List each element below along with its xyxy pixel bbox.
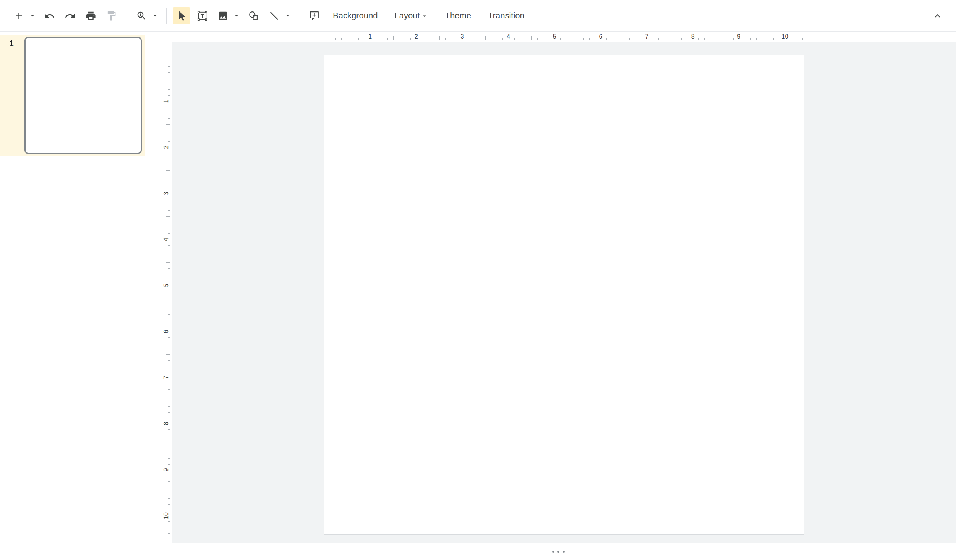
new-slide-button[interactable] <box>10 7 28 24</box>
new-slide-dropdown[interactable] <box>28 7 37 24</box>
printer-icon <box>85 10 96 21</box>
add-comment-icon <box>309 10 320 21</box>
paint-roller-icon <box>106 10 117 21</box>
chevron-down-icon <box>421 13 428 19</box>
text-box-button[interactable] <box>193 7 211 24</box>
speaker-notes-handle[interactable] <box>544 548 572 556</box>
v-ruler-number: 3 <box>162 189 170 197</box>
v-ruler-number: 9 <box>162 466 170 474</box>
insert-comment-button[interactable] <box>305 7 323 24</box>
presentation-editor: Background Layout Theme Transition 1 <box>0 0 956 560</box>
layout-button[interactable]: Layout <box>387 6 435 26</box>
h-ruler-number: 10 <box>779 32 791 42</box>
layout-button-label: Layout <box>394 11 420 21</box>
toolbar-separator <box>126 8 126 24</box>
chevron-down-icon <box>152 12 159 19</box>
notes-handle-dot <box>557 551 559 553</box>
redo-icon <box>65 10 76 21</box>
h-ruler-number: 7 <box>642 32 651 42</box>
speaker-notes-bar <box>160 543 956 560</box>
h-ruler-number: 5 <box>550 32 559 42</box>
insert-line-button[interactable] <box>265 7 283 24</box>
cursor-icon <box>176 10 187 21</box>
chevron-down-icon <box>284 12 291 19</box>
slide-number: 1 <box>9 39 14 49</box>
slide-thumbnail[interactable] <box>24 37 142 154</box>
line-icon <box>269 10 280 21</box>
select-tool-button[interactable] <box>173 7 190 24</box>
toolbar-separator <box>166 8 167 24</box>
theme-button-label: Theme <box>445 11 471 21</box>
paint-format-button[interactable] <box>102 7 120 24</box>
notes-handle-dot <box>552 551 554 553</box>
insert-image-button[interactable] <box>214 7 232 24</box>
h-ruler-number: 4 <box>504 32 513 42</box>
h-ruler-number: 1 <box>366 32 374 42</box>
transition-button[interactable]: Transition <box>481 6 531 26</box>
chevron-down-icon <box>29 12 36 19</box>
zoom-dropdown[interactable] <box>150 7 160 24</box>
h-ruler-number: 9 <box>734 32 743 42</box>
v-ruler-number: 7 <box>162 374 170 382</box>
h-ruler-number: 6 <box>596 32 605 42</box>
undo-icon <box>44 10 55 21</box>
insert-line-dropdown[interactable] <box>283 7 293 24</box>
v-ruler-number: 5 <box>162 282 170 290</box>
toolbar-separator <box>299 8 299 24</box>
v-ruler-number: 1 <box>162 97 170 105</box>
redo-button[interactable] <box>61 7 79 24</box>
print-button[interactable] <box>82 7 99 24</box>
slide-page[interactable] <box>324 55 804 535</box>
v-ruler-number: 2 <box>162 143 170 151</box>
slide-canvas-area <box>172 42 956 543</box>
ruler-corner <box>160 32 172 42</box>
editor-body: 1 12345678910 12345678910 <box>0 32 956 560</box>
plus-icon <box>13 10 24 21</box>
vertical-ruler: 12345678910 <box>160 42 172 543</box>
text-box-icon <box>197 10 208 21</box>
vertical-ruler-half-ticks <box>166 55 170 535</box>
h-ruler-number: 2 <box>412 32 421 42</box>
slide-filmstrip: 1 <box>0 32 160 560</box>
h-ruler-number: 3 <box>458 32 467 42</box>
main-toolbar: Background Layout Theme Transition <box>0 0 956 32</box>
workspace: 12345678910 12345678910 <box>160 32 956 560</box>
background-button-label: Background <box>333 11 378 21</box>
slide-thumbnail-row[interactable]: 1 <box>0 35 145 156</box>
zoom-in-icon <box>136 10 147 21</box>
background-button[interactable]: Background <box>326 6 384 26</box>
theme-button[interactable]: Theme <box>438 6 478 26</box>
v-ruler-number: 8 <box>162 420 170 428</box>
h-ruler-number: 8 <box>689 32 697 42</box>
horizontal-ruler: 12345678910 <box>172 32 956 42</box>
v-ruler-number: 4 <box>162 235 170 243</box>
horizontal-ruler-half-ticks <box>324 36 804 40</box>
zoom-button[interactable] <box>133 7 150 24</box>
v-ruler-number: 10 <box>162 510 170 521</box>
undo-button[interactable] <box>41 7 58 24</box>
notes-handle-dot <box>563 551 565 553</box>
hide-menus-button[interactable] <box>928 7 946 24</box>
v-ruler-number: 6 <box>162 327 170 335</box>
chevron-up-icon <box>932 10 943 21</box>
insert-shape-button[interactable] <box>245 7 262 24</box>
insert-image-dropdown[interactable] <box>232 7 241 24</box>
image-icon <box>217 10 228 21</box>
shapes-icon <box>248 10 259 21</box>
transition-button-label: Transition <box>488 11 525 21</box>
chevron-down-icon <box>233 12 240 19</box>
